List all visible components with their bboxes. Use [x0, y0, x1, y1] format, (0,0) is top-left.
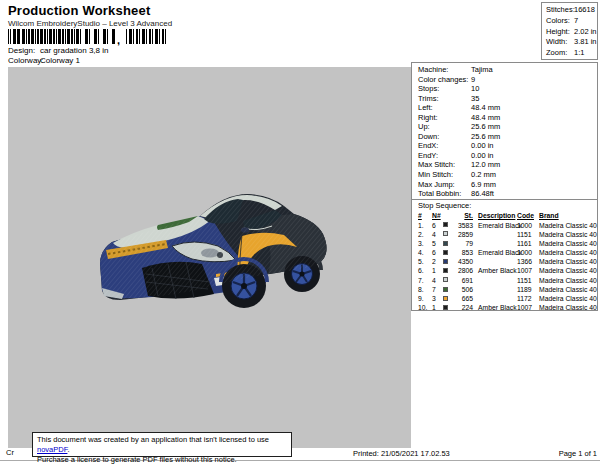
- notice-line1-prefix: This document was created by an applicat…: [37, 435, 269, 444]
- stitch-summary-box: Stitches:16618 Colors:7 Height:2.02 in W…: [541, 2, 598, 60]
- novapdf-link[interactable]: novaPDF: [37, 445, 67, 454]
- stop-table-row: 10. 1 224 Amber Black 1007 Madeira Class…: [418, 303, 597, 312]
- car-embroidery-design: [96, 190, 332, 320]
- thread-color-swatch: [443, 241, 448, 246]
- summary-row: Width:3.81 in: [546, 37, 597, 48]
- page-title: Production Worksheet: [8, 3, 150, 18]
- stop-table-row: 8. 7 506 1189 Madeira Classic 40: [418, 285, 597, 294]
- machine-spec-row: Max Jump:6.9 mm: [418, 180, 595, 190]
- footer-printed: Printed: 21/05/2021 17.02.53: [353, 449, 450, 458]
- stop-table-row: 3. 5 79 1161 Madeira Classic 40: [418, 239, 597, 248]
- stop-table-body: 1. 6 3583 Emerald Black 1000 Madeira Cla…: [418, 221, 597, 313]
- stop-table-row: 5. 2 4350 1366 Madeira Classic 40: [418, 257, 597, 266]
- app-subtitle: Wilcom EmbroideryStudio – Level 3 Advanc…: [8, 19, 172, 28]
- machine-spec-row: Machine:Tajima: [418, 65, 595, 75]
- footer-page-number: Page 1 of 1: [520, 449, 597, 458]
- machine-spec-row: EndY:0.00 in: [418, 151, 595, 161]
- design-canvas: [8, 67, 411, 448]
- machine-info-panel: Machine:Tajima Color changes:9 Stops:10 …: [411, 62, 598, 311]
- design-label: Design:: [8, 46, 35, 55]
- thread-color-swatch: [443, 277, 448, 282]
- machine-spec-row: Up:25.6 mm: [418, 122, 595, 132]
- colorway-value: Colorway 1: [40, 56, 80, 65]
- stop-table-row: 2. 4 2859 1151 Madeira Classic 40: [418, 230, 597, 239]
- stop-table-row: 1. 6 3583 Emerald Black 1000 Madeira Cla…: [418, 221, 597, 230]
- stop-sequence-section: Stop Sequence: # N# St. Description Code…: [412, 199, 597, 312]
- design-value: car gradation 3,8 in: [40, 46, 109, 55]
- thread-color-swatch: [443, 268, 448, 273]
- stop-table-row: 7. 4 691 1151 Madeira Classic 40: [418, 276, 597, 285]
- thread-color-swatch: [443, 250, 448, 255]
- stop-table-row: 4. 6 853 Emerald Black 1000 Madeira Clas…: [418, 248, 597, 257]
- machine-spec-row: Total Bobbin:86.48ft: [418, 189, 595, 199]
- thread-color-swatch: [443, 222, 448, 227]
- summary-row: Zoom:1:1: [546, 48, 597, 59]
- stop-table-header: # N# St. Description Code Brand: [418, 211, 597, 221]
- machine-spec-row: Trims:35: [418, 94, 595, 104]
- summary-row: Colors:7: [546, 16, 597, 27]
- barcode-segment-1: [8, 29, 116, 44]
- stop-table-row: 6. 1 2806 Amber Black 1007 Madeira Class…: [418, 266, 597, 275]
- machine-spec-row: Stops:10: [418, 84, 595, 94]
- stop-table-row: 9. 3 665 1172 Madeira Classic 40: [418, 294, 597, 303]
- summary-row: Height:2.02 in: [546, 27, 597, 38]
- machine-spec-row: Min Stitch:0.2 mm: [418, 170, 595, 180]
- colorway-label: Colorway:: [8, 56, 44, 65]
- summary-row: Stitches:16618: [546, 5, 597, 16]
- machine-spec-list: Machine:Tajima Color changes:9 Stops:10 …: [418, 65, 595, 199]
- barcode-segment-2: [126, 29, 168, 44]
- design-barcode: ,: [8, 29, 168, 44]
- footer-created-fragment: Cr: [6, 448, 14, 457]
- barcode-separator: ,: [117, 36, 120, 44]
- notice-line1-suffix: .: [67, 445, 69, 454]
- stop-sequence-title: Stop Sequence:: [418, 201, 597, 211]
- thread-color-swatch: [443, 305, 448, 310]
- thread-color-swatch: [443, 231, 448, 236]
- machine-spec-row: Down:25.6 mm: [418, 132, 595, 142]
- machine-spec-row: Left:48.4 mm: [418, 103, 595, 113]
- novapdf-notice-box: This document was created by an applicat…: [32, 432, 292, 457]
- thread-color-swatch: [443, 287, 448, 292]
- thread-color-swatch: [443, 259, 448, 264]
- machine-spec-row: Right:48.4 mm: [418, 113, 595, 123]
- machine-spec-row: EndX:0.00 in: [418, 141, 595, 151]
- notice-line2: Purchase a license to generate PDF files…: [37, 455, 237, 464]
- machine-spec-row: Max Stitch:12.0 mm: [418, 160, 595, 170]
- machine-spec-row: Color changes:9: [418, 75, 595, 85]
- thread-color-swatch: [443, 296, 448, 301]
